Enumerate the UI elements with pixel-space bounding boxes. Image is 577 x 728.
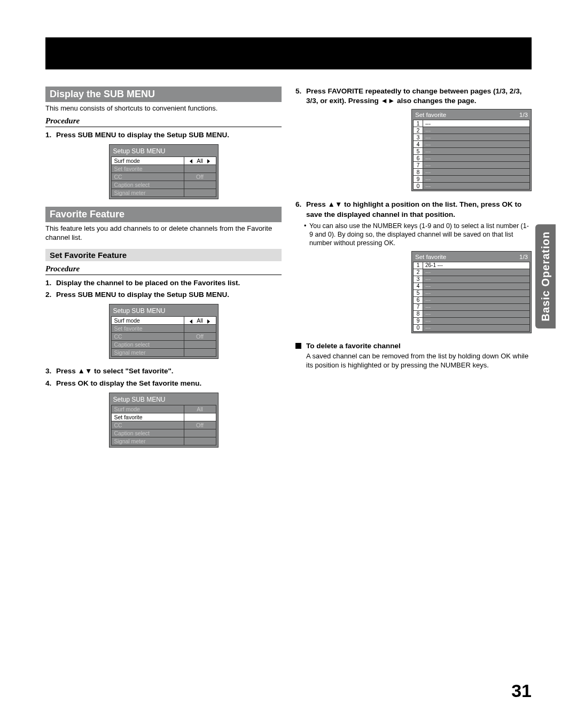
fav-row-number: 6 <box>414 155 423 162</box>
fav-row-slot: --- <box>423 276 530 283</box>
right-column: Press FAVORITE repeatedly to change betw… <box>295 87 532 455</box>
osd-title: Setup SUB MENU <box>111 395 216 405</box>
fav-row-slot: --- <box>423 296 530 303</box>
steps-list-2: Display the channel to be placed on the … <box>45 278 282 300</box>
fav-row-slot: --- <box>423 283 530 289</box>
procedure-label-2: Procedure <box>45 264 282 275</box>
fav-row-slot: --- <box>423 162 530 169</box>
fav-row-slot: --- <box>423 289 530 296</box>
fav-row-number: 6 <box>414 296 423 303</box>
osd-table: Surf modeAll Set favorite CCOff Caption … <box>111 405 216 445</box>
fav-row-slot: --- <box>423 324 530 331</box>
fav-row-slot: --- <box>423 317 530 324</box>
fav-row-slot: 26-1 --- <box>423 262 530 269</box>
fav-page: 1/3 <box>519 112 528 118</box>
fav-row-number: 0 <box>414 324 423 331</box>
fav-row-number: 1 <box>414 262 423 269</box>
fav-row-number: 9 <box>414 176 423 183</box>
intro-text-2: This feature lets you add channels to or… <box>45 224 282 242</box>
intro-text: This menu consists of shortcuts to conve… <box>45 104 282 113</box>
fav-row-slot: --- <box>423 183 530 190</box>
square-bullet-icon <box>295 343 301 349</box>
steps-list-1: Press SUB MENU to display the Setup SUB … <box>45 130 282 140</box>
fav-title-row: Set favorite 1/3 <box>413 111 530 120</box>
left-column: Display the SUB MENU This menu consists … <box>45 87 282 455</box>
fav-row-slot: --- <box>423 127 530 134</box>
fav-row-number: 2 <box>414 269 423 276</box>
fav-table: 1---2---3---4---5---6---7---8---9---0--- <box>413 120 530 190</box>
triangle-right-icon <box>207 319 210 324</box>
step-item: Press ▲▼ to highlight a position on the … <box>295 200 532 219</box>
fav-row-number: 0 <box>414 183 423 190</box>
fav-row-number: 1 <box>414 120 423 127</box>
fav-row-number: 3 <box>414 134 423 141</box>
fav-row-number: 7 <box>414 303 423 310</box>
fav-row-number: 7 <box>414 162 423 169</box>
delete-heading: To delete a favorite channel <box>295 342 532 350</box>
osd-table: Surf mode All Set favorite CCOff Caption… <box>111 156 216 197</box>
osd-title: Setup SUB MENU <box>111 306 216 316</box>
steps-list-right: Press FAVORITE repeatedly to change betw… <box>295 87 532 106</box>
fav-page: 1/3 <box>519 254 528 260</box>
fav-row-slot: --- <box>423 310 530 317</box>
fav-row-slot: --- <box>423 155 530 162</box>
step-item: Press SUB MENU to display the Setup SUB … <box>45 290 282 300</box>
triangle-left-icon <box>190 319 192 324</box>
steps-list-right-2: Press ▲▼ to highlight a position on the … <box>295 200 532 219</box>
osd-menu-3: Setup SUB MENU Surf modeAll Set favorite… <box>109 393 219 448</box>
fav-row-slot: --- <box>423 303 530 310</box>
steps-list-3: Press ▲▼ to select "Set favorite". Press… <box>45 366 282 388</box>
fav-row-number: 4 <box>414 141 423 148</box>
fav-row-number: 5 <box>414 148 423 155</box>
fav-title-row: Set favorite 1/3 <box>413 253 530 262</box>
triangle-left-icon <box>190 159 192 163</box>
favorite-list-1: Set favorite 1/3 1---2---3---4---5---6--… <box>411 109 532 191</box>
osd-table: Surf mode All Set favorite CCOff Caption… <box>111 316 216 357</box>
fav-row-slot: --- <box>423 176 530 183</box>
fav-row-number: 2 <box>414 127 423 134</box>
fav-row-slot: --- <box>423 269 530 276</box>
step-item: Display the channel to be placed on the … <box>45 278 282 288</box>
step-item: Press SUB MENU to display the Setup SUB … <box>45 130 282 140</box>
step-note: You can also use the NUMBER keys (1-9 an… <box>309 222 532 248</box>
heading-favorite-feature: Favorite Feature <box>45 207 282 222</box>
osd-title: Setup SUB MENU <box>111 146 216 156</box>
fav-row-slot: --- <box>423 141 530 148</box>
fav-row-number: 8 <box>414 310 423 317</box>
favorite-list-2: Set favorite 1/3 126-1 ---2---3---4---5-… <box>411 251 532 333</box>
fav-row-number: 5 <box>414 289 423 296</box>
fav-row-slot: --- <box>423 148 530 155</box>
fav-row-slot: --- <box>423 169 530 176</box>
side-tab: Basic Operation <box>535 224 556 328</box>
fav-title: Set favorite <box>415 254 446 260</box>
heading-display-sub-menu: Display the SUB MENU <box>45 87 282 102</box>
fav-row-slot: --- <box>423 120 530 127</box>
page-number: 31 <box>511 680 532 701</box>
fav-row-number: 4 <box>414 283 423 289</box>
procedure-label: Procedure <box>45 116 282 127</box>
fav-row-number: 9 <box>414 317 423 324</box>
step-item: Press FAVORITE repeatedly to change betw… <box>295 87 532 106</box>
fav-title: Set favorite <box>415 112 446 118</box>
subheading-set-favorite: Set Favorite Feature <box>45 249 282 261</box>
fav-row-slot: --- <box>423 134 530 141</box>
step-item: Press OK to display the Set favorite men… <box>45 379 282 388</box>
fav-row-number: 8 <box>414 169 423 176</box>
triangle-right-icon <box>207 159 210 163</box>
step-item: Press ▲▼ to select "Set favorite". <box>45 366 282 376</box>
delete-body: A saved channel can be removed from the … <box>295 352 532 370</box>
fav-row-number: 3 <box>414 276 423 283</box>
header-black-band <box>45 37 532 69</box>
fav-table: 126-1 ---2---3---4---5---6---7---8---9--… <box>413 262 530 332</box>
osd-menu-1: Setup SUB MENU Surf mode All Set favorit… <box>109 144 219 199</box>
osd-menu-2: Setup SUB MENU Surf mode All Set favorit… <box>109 304 219 359</box>
